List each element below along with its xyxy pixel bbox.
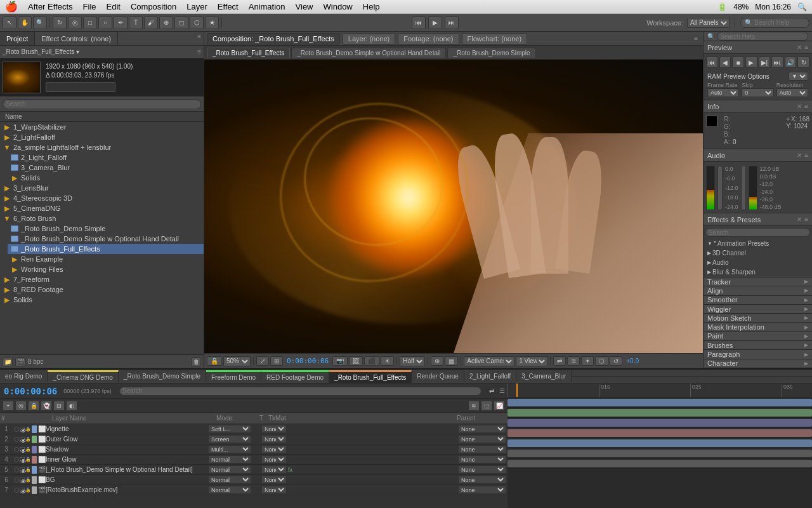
play-fwd-btn[interactable]: ⏭ [445, 17, 459, 29]
preview-next-frame[interactable]: ▶| [759, 57, 771, 68]
effect-category-3dchannel[interactable]: 3D Channel [704, 248, 812, 258]
tl-tab-freeform[interactable]: Freeform Demo [206, 370, 261, 383]
timeline-time-display[interactable]: 0:00:00:06 [0, 386, 61, 396]
effects-search-input[interactable] [705, 228, 810, 237]
layer-row-3[interactable]: 3 👁 🔒 ⬜ Shadow Multi... None [0, 444, 508, 455]
tool-zoom[interactable]: 🔍 [33, 17, 47, 29]
preview-section-close[interactable]: ✕ [797, 44, 802, 51]
layer-solo-6[interactable] [14, 478, 19, 483]
vp-exposure[interactable]: ☀ [381, 356, 394, 366]
audio-slider-right[interactable] [741, 166, 746, 210]
search-icon[interactable]: 🔍 [797, 3, 807, 11]
audio-slider-left[interactable] [717, 166, 723, 210]
audio-section-header[interactable]: Audio ✕ ≡ [704, 149, 812, 162]
file-item-2[interactable]: ▼2a_simple Lightfalloff + lensblur [0, 142, 204, 152]
effects-section-close[interactable]: ✕ [797, 216, 802, 223]
timeline-ruler[interactable]: 01s 02s 03s [508, 384, 812, 398]
tl-switches-btn[interactable]: ☰ [497, 387, 508, 395]
vp-region[interactable]: ⊕ [431, 356, 443, 366]
layer-mode-select-2[interactable]: Screen [208, 435, 251, 443]
tool-shape-rect[interactable]: □ [83, 17, 97, 29]
timeline-playhead[interactable] [516, 384, 518, 397]
preview-play[interactable]: ▶ [745, 57, 757, 68]
layer-visible-1[interactable]: 👁 [20, 427, 25, 432]
menu-edit[interactable]: Edit [107, 2, 121, 11]
layer-lock-5[interactable]: 🔒 [25, 467, 30, 472]
tl-graph-editor-btn[interactable]: 📈 [494, 401, 505, 411]
tl-transfer-controls-btn[interactable]: ⇄ [487, 387, 497, 395]
comp-header-tab-flowchart[interactable]: Flowchart: (none) [462, 33, 528, 44]
search-help-bar[interactable]: 🔍 [740, 18, 809, 28]
audio-section-menu[interactable]: ≡ [804, 152, 808, 159]
timeline-search-input[interactable] [119, 387, 481, 396]
tab-project[interactable]: Project [0, 32, 35, 45]
tl-new-layer-btn[interactable]: + [3, 401, 14, 411]
panel-menu-btn[interactable]: ≡ [195, 32, 204, 45]
comp-header-tab-composition[interactable]: Composition: _Roto Brush_Full_Effects [207, 33, 340, 44]
tl-tab-red-footage[interactable]: RED Footage Demo [261, 370, 329, 383]
layer-visible-2[interactable]: 👁 [20, 437, 25, 442]
tl-lock-btn[interactable]: 🔒 [28, 401, 39, 411]
menu-layer[interactable]: Layer [187, 2, 207, 11]
layer-parent-select-6[interactable]: None [458, 476, 506, 484]
vp-show-channel[interactable]: ⬛ [364, 356, 379, 366]
menu-window[interactable]: Window [324, 2, 353, 11]
file-item-9[interactable]: ▼6_Roto Brush [0, 213, 204, 224]
layer-parent-select-5[interactable]: None [458, 465, 506, 474]
vp-fit[interactable]: ⤢ [256, 356, 269, 366]
layer-tkmat-select-3[interactable]: None [261, 445, 287, 453]
tl-collapse-btn[interactable]: ⊟ [53, 401, 65, 411]
layer-lock-2[interactable]: 🔒 [25, 437, 30, 442]
layer-tkmat-select-4[interactable]: None [261, 455, 287, 464]
file-item-17[interactable]: ▶Solids [0, 295, 204, 305]
tool-select[interactable]: ↖ [3, 17, 16, 29]
vp-show-snapshot[interactable]: 🖼 [349, 356, 363, 366]
tl-frame-blend-toggle[interactable]: ⬚ [481, 401, 492, 411]
layer-solo-1[interactable] [14, 427, 19, 432]
layer-tkmat-select-6[interactable]: None [261, 476, 287, 484]
layer-row-4[interactable]: 4 👁 🔒 ⬜ Inner Glow Normal None [0, 455, 508, 465]
layer-mode-select-6[interactable]: Normal [208, 476, 251, 484]
vp-3d[interactable]: ⬡ [595, 356, 608, 366]
vp-transparency[interactable]: ▦ [445, 356, 458, 366]
effects-section-menu[interactable]: ≡ [804, 216, 808, 223]
motion-sketch-section[interactable]: Motion Sketch ▶ [704, 314, 812, 323]
file-item-15[interactable]: ▶7_Freeform [0, 274, 204, 284]
paint-section[interactable]: Paint ▶ [704, 332, 812, 341]
preview-loop[interactable]: ↻ [797, 57, 809, 68]
delete-btn[interactable]: 🗑 [191, 358, 201, 366]
comp-tab-demo-simple[interactable]: _Roto Brush_Demo Simple [447, 48, 535, 58]
info-section-menu[interactable]: ≡ [804, 103, 808, 110]
vp-toggle-switches[interactable]: ⇄ [553, 356, 566, 366]
tracker-section[interactable]: Tracker ▶ [704, 277, 812, 286]
tl-quality-btn[interactable]: ◐ [66, 401, 77, 411]
tool-text[interactable]: T [129, 17, 143, 29]
layer-mode-select-4[interactable]: Normal [208, 455, 251, 464]
tl-tab-roto-full-effects[interactable]: _Roto Brush_Full_Effects [329, 370, 412, 383]
layer-visible-4[interactable]: 👁 [20, 457, 25, 462]
play-btn[interactable]: ▶ [428, 17, 442, 29]
tl-tab-camera-blur[interactable]: 3_Camera_Blur [516, 371, 572, 382]
tl-tab-rig-demo[interactable]: eo Rig Demo [0, 371, 48, 382]
file-item-16[interactable]: ▶8_RED Footage [0, 284, 204, 295]
ram-preview-select[interactable]: ▼ [789, 72, 808, 81]
comp-panel-menu[interactable]: ≡ [691, 35, 700, 42]
menu-animation[interactable]: Animation [249, 2, 285, 11]
vp-always-preview[interactable]: 🔒 [207, 356, 222, 366]
vp-zoom-select[interactable]: 50% [223, 356, 251, 366]
tl-solo-btn[interactable]: ◎ [15, 401, 27, 411]
layer-mode-select-7[interactable]: Normal [208, 486, 251, 494]
layer-solo-5[interactable] [14, 467, 19, 472]
file-item-11[interactable]: _Roto Brush_Demo Simple w Optional Hand … [8, 234, 204, 244]
layer-lock-6[interactable]: 🔒 [25, 478, 30, 483]
effect-category-audio[interactable]: Audio [704, 258, 812, 267]
preview-section-menu[interactable]: ≡ [804, 44, 808, 51]
tool-clone[interactable]: ⊕ [159, 17, 173, 29]
layer-tkmat-select-5[interactable]: None [261, 465, 287, 474]
layer-mode-select-5[interactable]: Normal [208, 465, 251, 474]
new-composition-btn[interactable]: 🎬 [15, 358, 25, 366]
menu-help[interactable]: Help [363, 2, 380, 11]
layer-mode-select-3[interactable]: Multi... [208, 445, 251, 453]
tool-eraser[interactable]: ◻ [174, 17, 188, 29]
layer-visible-3[interactable]: 👁 [20, 447, 25, 452]
